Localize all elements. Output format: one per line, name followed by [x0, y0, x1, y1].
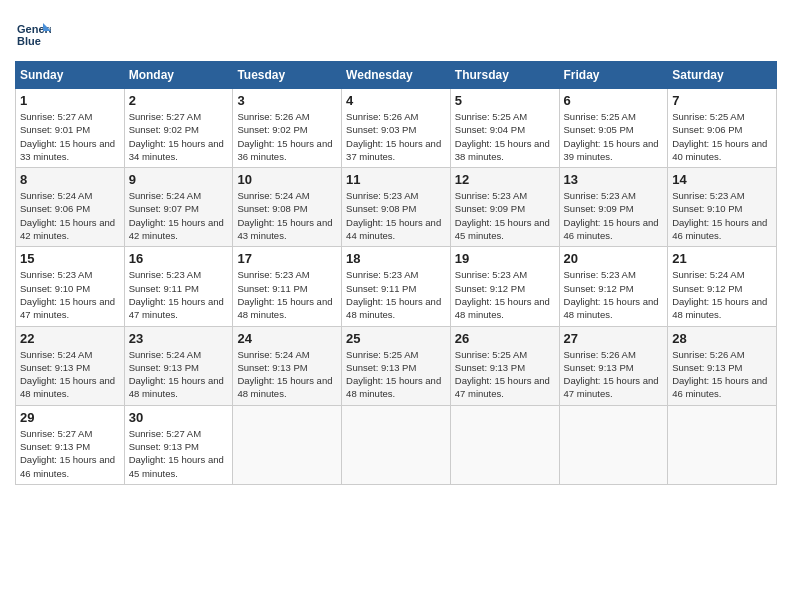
day-number: 28	[672, 331, 772, 346]
day-info: Sunrise: 5:23 AMSunset: 9:09 PMDaylight:…	[455, 189, 555, 242]
day-number: 1	[20, 93, 120, 108]
day-number: 2	[129, 93, 229, 108]
day-number: 17	[237, 251, 337, 266]
logo-icon: General Blue	[15, 15, 51, 51]
day-info: Sunrise: 5:23 AMSunset: 9:12 PMDaylight:…	[564, 268, 664, 321]
day-cell-15: 15 Sunrise: 5:23 AMSunset: 9:10 PMDaylig…	[16, 247, 125, 326]
day-info: Sunrise: 5:24 AMSunset: 9:12 PMDaylight:…	[672, 268, 772, 321]
day-number: 10	[237, 172, 337, 187]
day-info: Sunrise: 5:24 AMSunset: 9:13 PMDaylight:…	[129, 348, 229, 401]
day-number: 26	[455, 331, 555, 346]
day-number: 15	[20, 251, 120, 266]
day-number: 11	[346, 172, 446, 187]
day-info: Sunrise: 5:23 AMSunset: 9:11 PMDaylight:…	[346, 268, 446, 321]
day-number: 13	[564, 172, 664, 187]
header-saturday: Saturday	[668, 62, 777, 89]
logo: General Blue	[15, 15, 55, 51]
svg-text:Blue: Blue	[17, 35, 41, 47]
day-number: 7	[672, 93, 772, 108]
day-number: 29	[20, 410, 120, 425]
empty-cell	[559, 405, 668, 484]
empty-cell	[668, 405, 777, 484]
day-cell-10: 10 Sunrise: 5:24 AMSunset: 9:08 PMDaylig…	[233, 168, 342, 247]
day-cell-12: 12 Sunrise: 5:23 AMSunset: 9:09 PMDaylig…	[450, 168, 559, 247]
day-info: Sunrise: 5:24 AMSunset: 9:07 PMDaylight:…	[129, 189, 229, 242]
day-cell-27: 27 Sunrise: 5:26 AMSunset: 9:13 PMDaylig…	[559, 326, 668, 405]
day-cell-24: 24 Sunrise: 5:24 AMSunset: 9:13 PMDaylig…	[233, 326, 342, 405]
day-number: 25	[346, 331, 446, 346]
day-cell-18: 18 Sunrise: 5:23 AMSunset: 9:11 PMDaylig…	[342, 247, 451, 326]
day-cell-11: 11 Sunrise: 5:23 AMSunset: 9:08 PMDaylig…	[342, 168, 451, 247]
day-cell-20: 20 Sunrise: 5:23 AMSunset: 9:12 PMDaylig…	[559, 247, 668, 326]
calendar-header-row: SundayMondayTuesdayWednesdayThursdayFrid…	[16, 62, 777, 89]
day-info: Sunrise: 5:23 AMSunset: 9:11 PMDaylight:…	[129, 268, 229, 321]
empty-cell	[233, 405, 342, 484]
day-cell-9: 9 Sunrise: 5:24 AMSunset: 9:07 PMDayligh…	[124, 168, 233, 247]
day-info: Sunrise: 5:26 AMSunset: 9:13 PMDaylight:…	[672, 348, 772, 401]
day-cell-19: 19 Sunrise: 5:23 AMSunset: 9:12 PMDaylig…	[450, 247, 559, 326]
day-cell-7: 7 Sunrise: 5:25 AMSunset: 9:06 PMDayligh…	[668, 89, 777, 168]
day-number: 21	[672, 251, 772, 266]
day-number: 8	[20, 172, 120, 187]
day-info: Sunrise: 5:25 AMSunset: 9:13 PMDaylight:…	[346, 348, 446, 401]
day-number: 12	[455, 172, 555, 187]
day-number: 3	[237, 93, 337, 108]
header-thursday: Thursday	[450, 62, 559, 89]
day-number: 23	[129, 331, 229, 346]
day-cell-29: 29 Sunrise: 5:27 AMSunset: 9:13 PMDaylig…	[16, 405, 125, 484]
day-cell-23: 23 Sunrise: 5:24 AMSunset: 9:13 PMDaylig…	[124, 326, 233, 405]
day-number: 22	[20, 331, 120, 346]
calendar-table: SundayMondayTuesdayWednesdayThursdayFrid…	[15, 61, 777, 485]
day-info: Sunrise: 5:23 AMSunset: 9:09 PMDaylight:…	[564, 189, 664, 242]
day-cell-3: 3 Sunrise: 5:26 AMSunset: 9:02 PMDayligh…	[233, 89, 342, 168]
day-number: 14	[672, 172, 772, 187]
page-header: General Blue	[15, 15, 777, 51]
day-info: Sunrise: 5:26 AMSunset: 9:02 PMDaylight:…	[237, 110, 337, 163]
header-friday: Friday	[559, 62, 668, 89]
day-cell-22: 22 Sunrise: 5:24 AMSunset: 9:13 PMDaylig…	[16, 326, 125, 405]
calendar-week-row: 22 Sunrise: 5:24 AMSunset: 9:13 PMDaylig…	[16, 326, 777, 405]
day-info: Sunrise: 5:23 AMSunset: 9:10 PMDaylight:…	[20, 268, 120, 321]
day-cell-30: 30 Sunrise: 5:27 AMSunset: 9:13 PMDaylig…	[124, 405, 233, 484]
day-info: Sunrise: 5:24 AMSunset: 9:13 PMDaylight:…	[20, 348, 120, 401]
empty-cell	[342, 405, 451, 484]
day-cell-25: 25 Sunrise: 5:25 AMSunset: 9:13 PMDaylig…	[342, 326, 451, 405]
day-info: Sunrise: 5:26 AMSunset: 9:03 PMDaylight:…	[346, 110, 446, 163]
day-info: Sunrise: 5:25 AMSunset: 9:05 PMDaylight:…	[564, 110, 664, 163]
day-cell-13: 13 Sunrise: 5:23 AMSunset: 9:09 PMDaylig…	[559, 168, 668, 247]
day-cell-28: 28 Sunrise: 5:26 AMSunset: 9:13 PMDaylig…	[668, 326, 777, 405]
day-cell-6: 6 Sunrise: 5:25 AMSunset: 9:05 PMDayligh…	[559, 89, 668, 168]
calendar-week-row: 29 Sunrise: 5:27 AMSunset: 9:13 PMDaylig…	[16, 405, 777, 484]
day-cell-26: 26 Sunrise: 5:25 AMSunset: 9:13 PMDaylig…	[450, 326, 559, 405]
day-number: 24	[237, 331, 337, 346]
calendar-week-row: 1 Sunrise: 5:27 AMSunset: 9:01 PMDayligh…	[16, 89, 777, 168]
day-cell-4: 4 Sunrise: 5:26 AMSunset: 9:03 PMDayligh…	[342, 89, 451, 168]
day-info: Sunrise: 5:24 AMSunset: 9:06 PMDaylight:…	[20, 189, 120, 242]
day-cell-2: 2 Sunrise: 5:27 AMSunset: 9:02 PMDayligh…	[124, 89, 233, 168]
day-cell-14: 14 Sunrise: 5:23 AMSunset: 9:10 PMDaylig…	[668, 168, 777, 247]
day-info: Sunrise: 5:23 AMSunset: 9:08 PMDaylight:…	[346, 189, 446, 242]
day-cell-5: 5 Sunrise: 5:25 AMSunset: 9:04 PMDayligh…	[450, 89, 559, 168]
day-info: Sunrise: 5:23 AMSunset: 9:12 PMDaylight:…	[455, 268, 555, 321]
day-info: Sunrise: 5:23 AMSunset: 9:10 PMDaylight:…	[672, 189, 772, 242]
header-wednesday: Wednesday	[342, 62, 451, 89]
day-number: 5	[455, 93, 555, 108]
day-cell-17: 17 Sunrise: 5:23 AMSunset: 9:11 PMDaylig…	[233, 247, 342, 326]
day-info: Sunrise: 5:25 AMSunset: 9:06 PMDaylight:…	[672, 110, 772, 163]
day-info: Sunrise: 5:23 AMSunset: 9:11 PMDaylight:…	[237, 268, 337, 321]
header-sunday: Sunday	[16, 62, 125, 89]
day-number: 20	[564, 251, 664, 266]
day-cell-21: 21 Sunrise: 5:24 AMSunset: 9:12 PMDaylig…	[668, 247, 777, 326]
day-info: Sunrise: 5:26 AMSunset: 9:13 PMDaylight:…	[564, 348, 664, 401]
empty-cell	[450, 405, 559, 484]
day-number: 16	[129, 251, 229, 266]
day-info: Sunrise: 5:24 AMSunset: 9:08 PMDaylight:…	[237, 189, 337, 242]
day-info: Sunrise: 5:25 AMSunset: 9:04 PMDaylight:…	[455, 110, 555, 163]
day-info: Sunrise: 5:27 AMSunset: 9:13 PMDaylight:…	[129, 427, 229, 480]
header-tuesday: Tuesday	[233, 62, 342, 89]
day-info: Sunrise: 5:27 AMSunset: 9:02 PMDaylight:…	[129, 110, 229, 163]
day-number: 27	[564, 331, 664, 346]
day-cell-1: 1 Sunrise: 5:27 AMSunset: 9:01 PMDayligh…	[16, 89, 125, 168]
day-number: 6	[564, 93, 664, 108]
day-cell-16: 16 Sunrise: 5:23 AMSunset: 9:11 PMDaylig…	[124, 247, 233, 326]
